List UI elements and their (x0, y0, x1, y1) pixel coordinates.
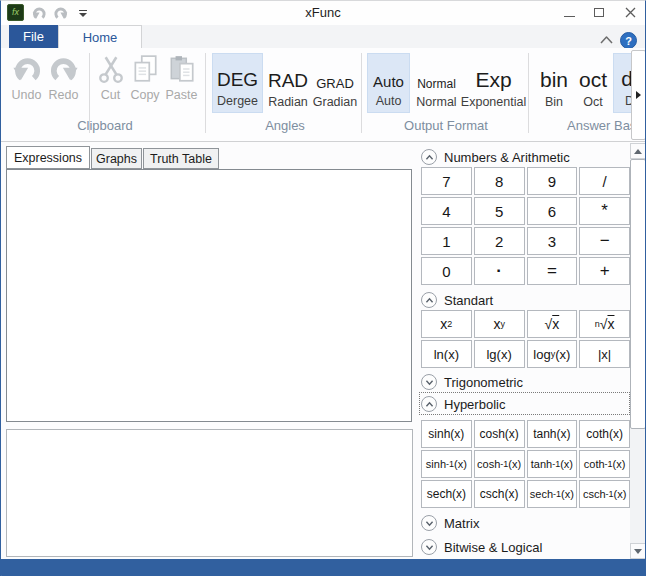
minimize-button[interactable] (554, 1, 584, 24)
key-log-base-y[interactable]: logy(x) (527, 340, 578, 368)
key-arcoth[interactable]: coth-1(x) (579, 450, 630, 478)
tab-graphs[interactable]: Graphs (91, 148, 142, 169)
output-exponential-button[interactable]: Exp Exponential (462, 53, 525, 113)
key-5[interactable]: 5 (474, 197, 525, 225)
output-normal-button[interactable]: Normal Normal (411, 53, 462, 113)
section-hyperbolic-header[interactable]: Hyperbolic (421, 394, 630, 414)
scroll-up-button[interactable] (630, 143, 646, 159)
key-2[interactable]: 2 (474, 227, 525, 255)
section-title: Hyperbolic (444, 397, 505, 412)
collapse-section-button[interactable] (421, 396, 437, 412)
cut-button[interactable]: Cut (94, 53, 127, 115)
ribbon-scroll-right-button[interactable] (631, 50, 646, 140)
scrollbar-thumb[interactable] (630, 159, 646, 429)
bin-big-text: bin (540, 69, 568, 90)
key-absolute-value[interactable]: |x| (579, 340, 630, 368)
cut-icon (96, 53, 126, 85)
key-7[interactable]: 7 (421, 167, 472, 195)
key-3[interactable]: 3 (527, 227, 578, 255)
key-x-power-y[interactable]: xy (474, 310, 525, 338)
key-multiply[interactable]: * (579, 197, 630, 225)
angles-gradian-button[interactable]: GRAD Gradian (312, 53, 358, 113)
angles-degree-button[interactable]: DEG Dergee (212, 53, 263, 113)
angles-radian-button[interactable]: RAD Radian (264, 53, 312, 113)
key-cosh[interactable]: cosh(x) (474, 420, 525, 448)
key-tanh[interactable]: tanh(x) (527, 420, 578, 448)
collapse-ribbon-button[interactable] (599, 34, 614, 46)
tab-home[interactable]: Home (58, 25, 142, 48)
section-numbers-arithmetic-header[interactable]: Numbers & Arithmetic (421, 147, 630, 167)
expand-section-button[interactable] (421, 374, 437, 390)
answer-base-oct-button[interactable]: oct Oct (574, 53, 612, 113)
maximize-icon (594, 8, 604, 17)
answer-base-dec-button[interactable]: de De (613, 53, 632, 113)
exponential-label: Exponential (461, 95, 526, 109)
key-subtract[interactable]: − (579, 227, 630, 255)
redo-label: Redo (49, 88, 79, 102)
answer-base-group: bin Bin oct Oct de De Answer Base (533, 48, 632, 142)
group-divider (361, 53, 362, 133)
tab-file[interactable]: File (9, 25, 58, 48)
help-icon[interactable]: ? (620, 32, 637, 49)
key-arcosh[interactable]: cosh-1(x) (474, 450, 525, 478)
key-sech[interactable]: sech(x) (421, 480, 472, 508)
vertical-scrollbar[interactable] (630, 143, 646, 559)
key-arsech[interactable]: sech-1(x) (527, 480, 578, 508)
standart-keypad: x2 xy √x n√x ln(x) lg(x) logy(x) |x| (421, 310, 630, 368)
copy-icon (130, 53, 160, 85)
undo-label: Undo (12, 88, 42, 102)
redo-button[interactable]: Redo (46, 53, 81, 115)
close-button[interactable] (614, 1, 646, 24)
undo-button[interactable]: Undo (9, 53, 44, 115)
output-auto-button[interactable]: Auto Auto (367, 53, 410, 113)
section-matrix-header[interactable]: Matrix (421, 513, 630, 533)
section-bitwise-logical-header[interactable]: Bitwise & Logical (421, 537, 630, 557)
key-ln[interactable]: ln(x) (421, 340, 472, 368)
paste-button[interactable]: Paste (163, 53, 200, 115)
key-artanh[interactable]: tanh-1(x) (527, 450, 578, 478)
app-window: fx (0, 0, 646, 576)
key-arcsch[interactable]: csch-1(x) (579, 480, 630, 508)
key-equals[interactable]: = (527, 257, 578, 285)
section-title: Trigonometric (444, 375, 523, 390)
key-square-root[interactable]: √x (527, 310, 578, 338)
key-8[interactable]: 8 (474, 167, 525, 195)
collapse-section-button[interactable] (421, 149, 437, 165)
answer-base-bin-button[interactable]: bin Bin (535, 53, 573, 113)
collapse-section-button[interactable] (421, 292, 437, 308)
section-trigonometric-header[interactable]: Trigonometric (421, 372, 630, 392)
key-arsinh[interactable]: sinh-1(x) (421, 450, 472, 478)
tab-truth-table[interactable]: Truth Table (143, 148, 219, 169)
key-9[interactable]: 9 (527, 167, 578, 195)
key-coth[interactable]: coth(x) (579, 420, 630, 448)
clipboard-group-label: Clipboard (9, 118, 201, 136)
key-lg[interactable]: lg(x) (474, 340, 525, 368)
copy-button[interactable]: Copy (128, 53, 162, 115)
scroll-down-button[interactable] (630, 543, 646, 559)
key-decimal-point[interactable]: · (474, 257, 525, 285)
key-divide[interactable]: / (579, 167, 630, 195)
chevron-up-icon (425, 154, 434, 161)
key-nth-root[interactable]: n√x (579, 310, 630, 338)
key-add[interactable]: + (579, 257, 630, 285)
key-4[interactable]: 4 (421, 197, 472, 225)
key-x-squared[interactable]: x2 (421, 310, 472, 338)
expand-section-button[interactable] (421, 539, 437, 555)
exp-big-text: Exp (475, 69, 511, 90)
arrow-down-icon (634, 549, 642, 554)
chevron-up-icon (425, 401, 434, 408)
expressions-list[interactable] (6, 169, 412, 422)
expression-input[interactable] (6, 429, 413, 557)
key-csch[interactable]: csch(x) (474, 480, 525, 508)
key-sinh[interactable]: sinh(x) (421, 420, 472, 448)
key-6[interactable]: 6 (527, 197, 578, 225)
section-standart-header[interactable]: Standart (421, 290, 630, 310)
key-1[interactable]: 1 (421, 227, 472, 255)
expand-section-button[interactable] (421, 515, 437, 531)
copy-label: Copy (130, 88, 159, 102)
tab-expressions[interactable]: Expressions (6, 146, 90, 169)
key-0[interactable]: 0 (421, 257, 472, 285)
paste-label: Paste (166, 88, 198, 102)
status-bar (1, 559, 646, 576)
maximize-button[interactable] (584, 1, 614, 24)
